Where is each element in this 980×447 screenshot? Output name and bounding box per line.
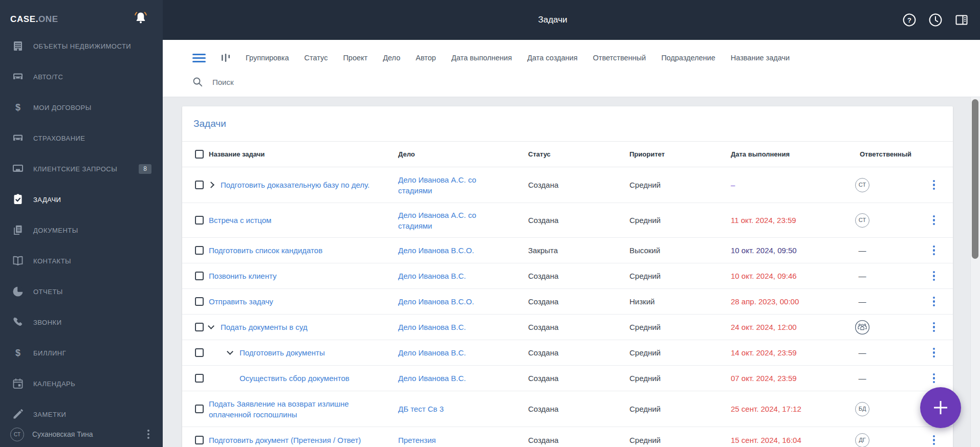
- help-icon[interactable]: ?: [902, 13, 917, 27]
- case-link[interactable]: Дело Иванова В.С.: [398, 347, 466, 358]
- filter-chip[interactable]: Статус: [304, 54, 328, 62]
- case-link[interactable]: Дело Иванова В.С.О.: [398, 245, 474, 256]
- priority-cell: Средний: [629, 347, 731, 358]
- col-due-date[interactable]: Дата выполнения: [731, 150, 824, 158]
- sidebar-item-страхование[interactable]: СТРАХОВАНИЕ: [0, 123, 163, 153]
- task-name-link[interactable]: Подготовить документы: [239, 347, 325, 358]
- sidebar-item-объекты-недвижимости[interactable]: ОБЪЕКТЫ НЕДВИЖИМОСТИ: [0, 31, 163, 61]
- row-menu-kebab-icon[interactable]: [931, 320, 938, 334]
- scrollbar-thumb[interactable]: [972, 99, 978, 259]
- sidebar-item-календарь[interactable]: КАЛЕНДАРЬ: [0, 368, 163, 399]
- row-checkbox[interactable]: [195, 348, 204, 357]
- status-cell: Создана: [528, 322, 629, 332]
- filter-chip[interactable]: Дата создания: [527, 54, 577, 62]
- row-checkbox[interactable]: [195, 405, 204, 413]
- dollar-icon: $: [11, 101, 25, 114]
- row-checkbox[interactable]: [195, 323, 204, 331]
- responsible-avatar[interactable]: СТ: [855, 178, 869, 192]
- task-name-link[interactable]: Подать Заявление на возврат излишне опла…: [209, 398, 368, 420]
- case-link[interactable]: Дело Иванова В.С.: [398, 271, 466, 281]
- row-menu-kebab-icon[interactable]: [931, 243, 938, 258]
- sidebar-item-биллинг[interactable]: $БИЛЛИНГ: [0, 338, 163, 368]
- case-link[interactable]: Дело Иванова В.С.О.: [398, 296, 474, 307]
- responsible-avatar[interactable]: ДГ: [855, 433, 869, 447]
- row-checkbox[interactable]: [195, 374, 204, 383]
- filter-chip[interactable]: Проект: [343, 54, 367, 62]
- building-icon: [11, 39, 25, 53]
- table-row: Подготовить доказательную базу по делу.Д…: [182, 167, 953, 203]
- filter-chip[interactable]: Группировка: [246, 54, 289, 62]
- search-input[interactable]: [211, 77, 426, 87]
- sidebar-item-звонки[interactable]: ЗВОНКИ: [0, 307, 163, 338]
- row-checkbox[interactable]: [195, 181, 204, 189]
- filter-chip[interactable]: Дата выполнения: [451, 54, 512, 62]
- task-name-link[interactable]: Отправить задачу: [209, 296, 273, 307]
- row-checkbox[interactable]: [195, 436, 204, 444]
- case-link[interactable]: Дело Иванова А.С. со стадиями: [398, 210, 493, 231]
- menu-hamburger-icon[interactable]: [192, 54, 206, 62]
- chevron-down-icon[interactable]: [208, 323, 214, 329]
- row-menu-kebab-icon[interactable]: [931, 371, 938, 386]
- task-name-link[interactable]: Подготовить доказательную базу по делу.: [221, 180, 369, 190]
- contacts-icon: [11, 254, 25, 267]
- select-all-checkbox[interactable]: [195, 150, 204, 159]
- chevron-down-icon[interactable]: [227, 348, 233, 355]
- sidebar-item-документы[interactable]: ДОКУМЕНТЫ: [0, 215, 163, 245]
- row-checkbox[interactable]: [195, 216, 204, 225]
- col-status[interactable]: Статус: [528, 150, 629, 158]
- task-name-link[interactable]: Осуществить сбор документов: [239, 373, 350, 384]
- responsible-avatar[interactable]: БД: [855, 402, 869, 416]
- user-row[interactable]: СТ Сухановская Тина: [0, 423, 163, 445]
- filter-chip[interactable]: Подразделение: [661, 54, 715, 62]
- sidebar-item-авто-тс[interactable]: АВТО/ТС: [0, 61, 163, 92]
- row-checkbox[interactable]: [195, 246, 204, 255]
- history-icon[interactable]: [928, 13, 943, 27]
- tasks-card: Задачи Название задачи Дело Статус Приор…: [182, 106, 953, 447]
- task-name-link[interactable]: Позвонить клиенту: [209, 271, 277, 281]
- row-checkbox[interactable]: [195, 297, 204, 306]
- svg-text:?: ?: [907, 16, 911, 24]
- column-settings-icon[interactable]: [221, 53, 230, 63]
- task-name-link[interactable]: Подать документы в суд: [221, 322, 308, 332]
- row-menu-kebab-icon[interactable]: [931, 269, 938, 283]
- filter-chip[interactable]: Дело: [383, 54, 400, 62]
- col-responsible[interactable]: Ответственный: [824, 150, 953, 158]
- bell-icon[interactable]: [133, 10, 148, 27]
- sidebar-item-мои-договоры[interactable]: $МОИ ДОГОВОРЫ: [0, 92, 163, 123]
- row-menu-kebab-icon[interactable]: [931, 346, 938, 360]
- group-icon[interactable]: [855, 320, 870, 335]
- task-name-link[interactable]: Встреча с истцом: [209, 215, 271, 226]
- app-logo[interactable]: CASE.ONE: [10, 14, 58, 25]
- col-priority[interactable]: Приоритет: [629, 150, 731, 158]
- sidebar-item-отчеты[interactable]: ОТЧЕТЫ: [0, 276, 163, 307]
- content-area: Задачи Название задачи Дело Статус Приор…: [163, 97, 980, 447]
- table-header: Название задачи Дело Статус Приоритет Да…: [182, 142, 953, 167]
- add-task-fab[interactable]: [920, 387, 961, 428]
- sidebar-item-задачи[interactable]: ЗАДАЧИ: [0, 184, 163, 215]
- case-link[interactable]: Претензия: [398, 435, 436, 445]
- filter-row: ГруппировкаСтатусПроектДелоАвторДата вып…: [163, 40, 980, 71]
- row-checkbox[interactable]: [195, 272, 204, 280]
- row-menu-kebab-icon[interactable]: [931, 295, 938, 309]
- panel-icon[interactable]: [954, 13, 969, 27]
- sidebar-item-контакты[interactable]: КОНТАКТЫ: [0, 245, 163, 276]
- case-link[interactable]: Дело Иванова А.С. со стадиями: [398, 174, 493, 196]
- case-link[interactable]: Дело Иванова В.С.: [398, 373, 466, 384]
- scrollbar-track[interactable]: [970, 97, 980, 447]
- row-menu-kebab-icon[interactable]: [931, 213, 938, 228]
- case-link[interactable]: Дело Иванова В.С.: [398, 322, 466, 332]
- task-name-link[interactable]: Подготовить документ (Претензия / Ответ): [209, 435, 361, 445]
- row-menu-kebab-icon[interactable]: [931, 178, 938, 192]
- col-case[interactable]: Дело: [398, 150, 528, 158]
- row-menu-kebab-icon[interactable]: [931, 433, 938, 447]
- task-name-link[interactable]: Подготовить список кандидатов: [209, 245, 322, 256]
- chevron-right-icon[interactable]: [208, 182, 214, 188]
- filter-chip[interactable]: Автор: [416, 54, 436, 62]
- case-link[interactable]: ДБ тест Св 3: [398, 404, 444, 414]
- col-task-name[interactable]: Название задачи: [209, 150, 398, 158]
- responsible-avatar[interactable]: СТ: [855, 213, 869, 228]
- user-menu-kebab-icon[interactable]: [147, 430, 149, 439]
- sidebar-item-клиентские-запросы[interactable]: КЛИЕНТСКИЕ ЗАПРОСЫ8: [0, 153, 163, 184]
- filter-chip[interactable]: Название задачи: [731, 54, 790, 62]
- filter-chip[interactable]: Ответственный: [593, 54, 646, 62]
